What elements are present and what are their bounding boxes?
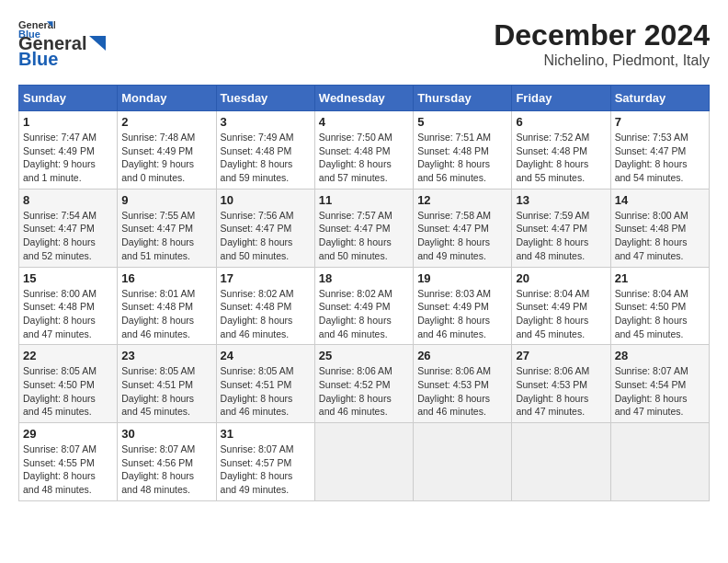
week-row-3: 15Sunrise: 8:00 AMSunset: 4:48 PMDayligh… xyxy=(19,267,710,345)
calendar-cell xyxy=(610,423,709,501)
day-number: 17 xyxy=(221,271,311,285)
day-number: 6 xyxy=(516,115,606,129)
calendar-cell: 20Sunrise: 8:04 AMSunset: 4:49 PMDayligh… xyxy=(512,267,610,345)
day-info: Sunrise: 8:00 AMSunset: 4:48 PMDaylight:… xyxy=(23,287,113,341)
day-number: 24 xyxy=(221,349,311,362)
day-info: Sunrise: 8:04 AMSunset: 4:49 PMDaylight:… xyxy=(516,287,606,341)
calendar-cell: 10Sunrise: 7:56 AMSunset: 4:47 PMDayligh… xyxy=(216,189,314,267)
logo: General Blue General Blue xyxy=(18,18,108,70)
calendar-cell: 14Sunrise: 8:00 AMSunset: 4:48 PMDayligh… xyxy=(610,189,709,267)
calendar-cell: 26Sunrise: 8:06 AMSunset: 4:53 PMDayligh… xyxy=(414,345,512,423)
calendar-cell xyxy=(414,423,512,501)
day-number: 9 xyxy=(121,193,211,207)
calendar-cell xyxy=(512,423,610,501)
calendar-cell: 17Sunrise: 8:02 AMSunset: 4:48 PMDayligh… xyxy=(216,267,314,345)
day-number: 4 xyxy=(319,115,409,129)
calendar-cell: 5Sunrise: 7:51 AMSunset: 4:48 PMDaylight… xyxy=(414,111,512,190)
day-info: Sunrise: 8:06 AMSunset: 4:53 PMDaylight:… xyxy=(516,364,606,419)
day-number: 5 xyxy=(417,115,507,129)
day-info: Sunrise: 7:48 AMSunset: 4:49 PMDaylight:… xyxy=(121,131,211,185)
day-info: Sunrise: 7:59 AMSunset: 4:47 PMDaylight:… xyxy=(516,209,606,263)
day-number: 12 xyxy=(417,193,507,207)
day-number: 7 xyxy=(615,115,705,129)
calendar-cell: 7Sunrise: 7:53 AMSunset: 4:47 PMDaylight… xyxy=(610,111,709,190)
day-info: Sunrise: 7:54 AMSunset: 4:47 PMDaylight:… xyxy=(23,209,113,263)
day-info: Sunrise: 7:52 AMSunset: 4:48 PMDaylight:… xyxy=(516,131,606,185)
day-info: Sunrise: 8:05 AMSunset: 4:51 PMDaylight:… xyxy=(121,364,211,419)
calendar-cell: 4Sunrise: 7:50 AMSunset: 4:48 PMDaylight… xyxy=(314,111,413,190)
day-number: 11 xyxy=(319,193,409,207)
calendar-cell: 9Sunrise: 7:55 AMSunset: 4:47 PMDaylight… xyxy=(118,189,216,267)
day-info: Sunrise: 8:05 AMSunset: 4:50 PMDaylight:… xyxy=(23,364,113,419)
day-number: 30 xyxy=(121,427,211,441)
calendar-cell: 1Sunrise: 7:47 AMSunset: 4:49 PMDaylight… xyxy=(19,111,118,190)
header-wednesday: Wednesday xyxy=(314,86,413,111)
day-info: Sunrise: 7:58 AMSunset: 4:47 PMDaylight:… xyxy=(417,209,507,263)
day-number: 23 xyxy=(121,349,211,362)
day-number: 25 xyxy=(319,349,409,362)
day-info: Sunrise: 8:06 AMSunset: 4:53 PMDaylight:… xyxy=(417,364,507,419)
calendar-cell: 19Sunrise: 8:03 AMSunset: 4:49 PMDayligh… xyxy=(414,267,512,345)
week-row-4: 22Sunrise: 8:05 AMSunset: 4:50 PMDayligh… xyxy=(19,345,710,423)
calendar-cell: 15Sunrise: 8:00 AMSunset: 4:48 PMDayligh… xyxy=(19,267,118,345)
day-info: Sunrise: 8:05 AMSunset: 4:51 PMDaylight:… xyxy=(221,364,311,419)
day-info: Sunrise: 7:50 AMSunset: 4:48 PMDaylight:… xyxy=(319,131,409,185)
calendar-table: SundayMondayTuesdayWednesdayThursdayFrid… xyxy=(18,85,710,501)
page-subtitle: Nichelino, Piedmont, Italy xyxy=(494,52,710,69)
day-info: Sunrise: 7:55 AMSunset: 4:47 PMDaylight:… xyxy=(121,209,211,263)
day-number: 3 xyxy=(221,115,311,129)
day-number: 22 xyxy=(23,349,113,362)
calendar-cell: 28Sunrise: 8:07 AMSunset: 4:54 PMDayligh… xyxy=(610,345,709,423)
calendar-cell: 11Sunrise: 7:57 AMSunset: 4:47 PMDayligh… xyxy=(314,189,413,267)
calendar-cell: 12Sunrise: 7:58 AMSunset: 4:47 PMDayligh… xyxy=(414,189,512,267)
title-block: December 2024 Nichelino, Piedmont, Italy xyxy=(494,18,710,69)
day-info: Sunrise: 8:00 AMSunset: 4:48 PMDaylight:… xyxy=(615,209,705,263)
header-friday: Friday xyxy=(512,86,610,111)
day-info: Sunrise: 7:51 AMSunset: 4:48 PMDaylight:… xyxy=(417,131,507,185)
calendar-cell xyxy=(314,423,413,501)
day-number: 15 xyxy=(23,271,113,285)
calendar-cell: 13Sunrise: 7:59 AMSunset: 4:47 PMDayligh… xyxy=(512,189,610,267)
day-number: 16 xyxy=(121,271,211,285)
calendar-cell: 30Sunrise: 8:07 AMSunset: 4:56 PMDayligh… xyxy=(118,423,216,501)
week-row-1: 1Sunrise: 7:47 AMSunset: 4:49 PMDaylight… xyxy=(19,111,710,190)
calendar-cell: 31Sunrise: 8:07 AMSunset: 4:57 PMDayligh… xyxy=(216,423,314,501)
week-row-2: 8Sunrise: 7:54 AMSunset: 4:47 PMDaylight… xyxy=(19,189,710,267)
header-monday: Monday xyxy=(118,86,216,111)
calendar-cell: 8Sunrise: 7:54 AMSunset: 4:47 PMDaylight… xyxy=(19,189,118,267)
header-sunday: Sunday xyxy=(19,86,118,111)
calendar-cell: 21Sunrise: 8:04 AMSunset: 4:50 PMDayligh… xyxy=(610,267,709,345)
day-number: 19 xyxy=(417,271,507,285)
day-number: 2 xyxy=(121,115,211,129)
day-number: 28 xyxy=(615,349,705,362)
day-info: Sunrise: 7:47 AMSunset: 4:49 PMDaylight:… xyxy=(23,131,113,185)
day-number: 14 xyxy=(615,193,705,207)
day-info: Sunrise: 7:57 AMSunset: 4:47 PMDaylight:… xyxy=(319,209,409,263)
calendar-header-row: SundayMondayTuesdayWednesdayThursdayFrid… xyxy=(19,86,710,111)
week-row-5: 29Sunrise: 8:07 AMSunset: 4:55 PMDayligh… xyxy=(19,423,710,501)
day-number: 20 xyxy=(516,271,606,285)
day-info: Sunrise: 7:49 AMSunset: 4:48 PMDaylight:… xyxy=(221,131,311,185)
day-info: Sunrise: 8:02 AMSunset: 4:49 PMDaylight:… xyxy=(319,287,409,341)
calendar-cell: 3Sunrise: 7:49 AMSunset: 4:48 PMDaylight… xyxy=(216,111,314,190)
day-info: Sunrise: 8:01 AMSunset: 4:48 PMDaylight:… xyxy=(121,287,211,341)
day-number: 26 xyxy=(417,349,507,362)
calendar-cell: 6Sunrise: 7:52 AMSunset: 4:48 PMDaylight… xyxy=(512,111,610,190)
calendar-cell: 22Sunrise: 8:05 AMSunset: 4:50 PMDayligh… xyxy=(19,345,118,423)
calendar-cell: 18Sunrise: 8:02 AMSunset: 4:49 PMDayligh… xyxy=(314,267,413,345)
header-thursday: Thursday xyxy=(414,86,512,111)
day-number: 13 xyxy=(516,193,606,207)
logo-triangle xyxy=(87,36,108,52)
day-number: 27 xyxy=(516,349,606,362)
day-info: Sunrise: 8:03 AMSunset: 4:49 PMDaylight:… xyxy=(417,287,507,341)
header-saturday: Saturday xyxy=(610,86,709,111)
day-number: 10 xyxy=(221,193,311,207)
day-number: 8 xyxy=(23,193,113,207)
page-title: December 2024 xyxy=(494,18,710,52)
header-tuesday: Tuesday xyxy=(216,86,314,111)
calendar-cell: 16Sunrise: 8:01 AMSunset: 4:48 PMDayligh… xyxy=(118,267,216,345)
calendar-cell: 25Sunrise: 8:06 AMSunset: 4:52 PMDayligh… xyxy=(314,345,413,423)
day-info: Sunrise: 8:07 AMSunset: 4:56 PMDaylight:… xyxy=(121,442,211,497)
day-number: 18 xyxy=(319,271,409,285)
day-number: 29 xyxy=(23,427,113,441)
